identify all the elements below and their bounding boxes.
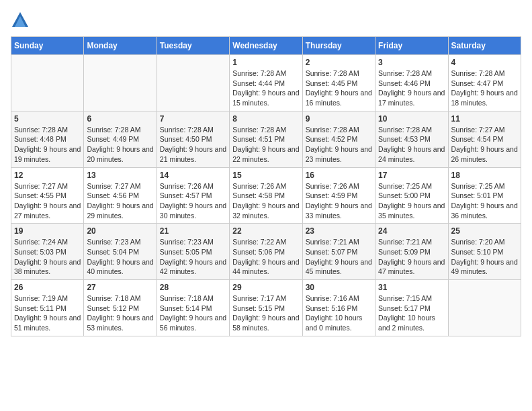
- calendar-cell: 19Sunrise: 7:24 AMSunset: 5:03 PMDayligh…: [11, 224, 84, 280]
- sunset-text: Sunset: 5:00 PM: [378, 191, 445, 201]
- calendar-cell: 8Sunrise: 7:28 AMSunset: 4:51 PMDaylight…: [230, 111, 302, 167]
- daylight-text: Daylight: 9 hours and 51 minutes.: [14, 313, 81, 332]
- day-number: 17: [378, 171, 445, 180]
- calendar-cell: [157, 55, 229, 111]
- sunrise-text: Sunrise: 7:15 AM: [378, 293, 445, 304]
- calendar-cell: [448, 280, 521, 336]
- sunset-text: Sunset: 5:15 PM: [232, 304, 299, 314]
- calendar-table: SundayMondayTuesdayWednesdayThursdayFrid…: [11, 36, 521, 336]
- sunrise-text: Sunrise: 7:28 AM: [306, 68, 372, 79]
- day-number: 15: [232, 171, 299, 180]
- day-number: 16: [306, 171, 372, 180]
- sunset-text: Sunset: 4:50 PM: [160, 134, 226, 144]
- day-number: 26: [14, 283, 81, 292]
- sunrise-text: Sunrise: 7:21 AM: [378, 237, 445, 247]
- day-number: 13: [87, 171, 153, 180]
- sunrise-text: Sunrise: 7:28 AM: [378, 125, 445, 135]
- calendar-cell: 21Sunrise: 7:23 AMSunset: 5:05 PMDayligh…: [157, 224, 229, 280]
- daylight-text: Daylight: 9 hours and 32 minutes.: [232, 201, 299, 220]
- page-header: [11, 11, 521, 30]
- sunrise-text: Sunrise: 7:26 AM: [306, 181, 372, 191]
- day-info: Sunrise: 7:28 AMSunset: 4:50 PMDaylight:…: [160, 125, 226, 165]
- day-info: Sunrise: 7:28 AMSunset: 4:48 PMDaylight:…: [14, 125, 81, 165]
- day-info: Sunrise: 7:28 AMSunset: 4:47 PMDaylight:…: [451, 68, 518, 108]
- sunset-text: Sunset: 4:57 PM: [160, 191, 226, 201]
- day-number: 11: [451, 114, 518, 124]
- day-info: Sunrise: 7:20 AMSunset: 5:10 PMDaylight:…: [451, 237, 518, 277]
- day-info: Sunrise: 7:28 AMSunset: 4:46 PMDaylight:…: [378, 68, 445, 108]
- daylight-text: Daylight: 9 hours and 45 minutes.: [306, 257, 372, 277]
- day-info: Sunrise: 7:23 AMSunset: 5:05 PMDaylight:…: [160, 237, 226, 277]
- sunrise-text: Sunrise: 7:27 AM: [451, 125, 518, 135]
- sunrise-text: Sunrise: 7:28 AM: [232, 68, 299, 79]
- sunrise-text: Sunrise: 7:24 AM: [14, 237, 81, 247]
- day-number: 1: [232, 58, 299, 67]
- daylight-text: Daylight: 9 hours and 21 minutes.: [160, 144, 226, 164]
- sunset-text: Sunset: 5:04 PM: [87, 247, 153, 257]
- sunset-text: Sunset: 4:55 PM: [14, 191, 81, 201]
- daylight-text: Daylight: 9 hours and 17 minutes.: [378, 88, 445, 107]
- daylight-text: Daylight: 9 hours and 22 minutes.: [232, 144, 299, 164]
- day-number: 21: [160, 226, 226, 236]
- sunset-text: Sunset: 5:01 PM: [451, 191, 518, 201]
- sunset-text: Sunset: 4:54 PM: [451, 134, 518, 144]
- daylight-text: Daylight: 9 hours and 35 minutes.: [378, 201, 445, 220]
- sunset-text: Sunset: 5:03 PM: [14, 247, 81, 257]
- sunrise-text: Sunrise: 7:18 AM: [87, 293, 153, 304]
- day-info: Sunrise: 7:21 AMSunset: 5:07 PMDaylight:…: [306, 237, 372, 277]
- day-info: Sunrise: 7:15 AMSunset: 5:17 PMDaylight:…: [378, 293, 445, 333]
- sunset-text: Sunset: 4:53 PM: [378, 134, 445, 144]
- sunrise-text: Sunrise: 7:28 AM: [451, 68, 518, 79]
- daylight-text: Daylight: 9 hours and 44 minutes.: [232, 257, 299, 277]
- week-row-3: 12Sunrise: 7:27 AMSunset: 4:55 PMDayligh…: [11, 167, 521, 224]
- daylight-text: Daylight: 9 hours and 26 minutes.: [451, 144, 518, 164]
- day-info: Sunrise: 7:25 AMSunset: 5:01 PMDaylight:…: [451, 181, 518, 221]
- day-number: 31: [378, 283, 445, 292]
- sunrise-text: Sunrise: 7:28 AM: [306, 125, 372, 135]
- daylight-text: Daylight: 9 hours and 15 minutes.: [232, 88, 299, 107]
- daylight-text: Daylight: 9 hours and 58 minutes.: [232, 313, 299, 332]
- day-info: Sunrise: 7:28 AMSunset: 4:45 PMDaylight:…: [306, 68, 372, 108]
- calendar-cell: 5Sunrise: 7:28 AMSunset: 4:48 PMDaylight…: [11, 111, 84, 167]
- daylight-text: Daylight: 9 hours and 29 minutes.: [87, 201, 153, 220]
- sunrise-text: Sunrise: 7:27 AM: [14, 181, 81, 191]
- calendar-cell: 14Sunrise: 7:26 AMSunset: 4:57 PMDayligh…: [157, 167, 229, 224]
- day-number: 30: [306, 283, 372, 292]
- day-number: 14: [160, 171, 226, 180]
- calendar-cell: 6Sunrise: 7:28 AMSunset: 4:49 PMDaylight…: [84, 111, 157, 167]
- day-info: Sunrise: 7:19 AMSunset: 5:11 PMDaylight:…: [14, 293, 81, 333]
- sunset-text: Sunset: 4:45 PM: [306, 79, 372, 89]
- sunset-text: Sunset: 4:58 PM: [232, 191, 299, 201]
- calendar-cell: 11Sunrise: 7:27 AMSunset: 4:54 PMDayligh…: [448, 111, 521, 167]
- sunrise-text: Sunrise: 7:26 AM: [232, 181, 299, 191]
- day-number: 8: [232, 114, 299, 124]
- daylight-text: Daylight: 9 hours and 33 minutes.: [306, 201, 372, 220]
- day-info: Sunrise: 7:24 AMSunset: 5:03 PMDaylight:…: [14, 237, 81, 277]
- day-header-thursday: Thursday: [302, 37, 375, 55]
- sunrise-text: Sunrise: 7:19 AM: [14, 293, 81, 304]
- calendar-cell: 30Sunrise: 7:16 AMSunset: 5:16 PMDayligh…: [302, 280, 375, 336]
- sunrise-text: Sunrise: 7:25 AM: [378, 181, 445, 191]
- daylight-text: Daylight: 9 hours and 18 minutes.: [451, 88, 518, 107]
- calendar-cell: 10Sunrise: 7:28 AMSunset: 4:53 PMDayligh…: [375, 111, 448, 167]
- sunset-text: Sunset: 5:05 PM: [160, 247, 226, 257]
- sunset-text: Sunset: 4:46 PM: [378, 79, 445, 89]
- day-header-friday: Friday: [375, 37, 448, 55]
- daylight-text: Daylight: 9 hours and 53 minutes.: [87, 313, 153, 332]
- calendar-cell: 23Sunrise: 7:21 AMSunset: 5:07 PMDayligh…: [302, 224, 375, 280]
- day-number: 22: [232, 226, 299, 236]
- day-info: Sunrise: 7:21 AMSunset: 5:09 PMDaylight:…: [378, 237, 445, 277]
- day-number: 28: [160, 283, 226, 292]
- week-row-1: 1Sunrise: 7:28 AMSunset: 4:44 PMDaylight…: [11, 55, 521, 111]
- week-row-2: 5Sunrise: 7:28 AMSunset: 4:48 PMDaylight…: [11, 111, 521, 167]
- day-number: 9: [306, 114, 372, 124]
- daylight-text: Daylight: 9 hours and 27 minutes.: [14, 201, 81, 220]
- daylight-text: Daylight: 9 hours and 36 minutes.: [451, 201, 518, 220]
- sunset-text: Sunset: 4:56 PM: [87, 191, 153, 201]
- sunrise-text: Sunrise: 7:22 AM: [232, 237, 299, 247]
- day-header-monday: Monday: [84, 37, 157, 55]
- day-info: Sunrise: 7:23 AMSunset: 5:04 PMDaylight:…: [87, 237, 153, 277]
- sunrise-text: Sunrise: 7:28 AM: [160, 125, 226, 135]
- day-header-tuesday: Tuesday: [157, 37, 229, 55]
- sunset-text: Sunset: 4:51 PM: [232, 134, 299, 144]
